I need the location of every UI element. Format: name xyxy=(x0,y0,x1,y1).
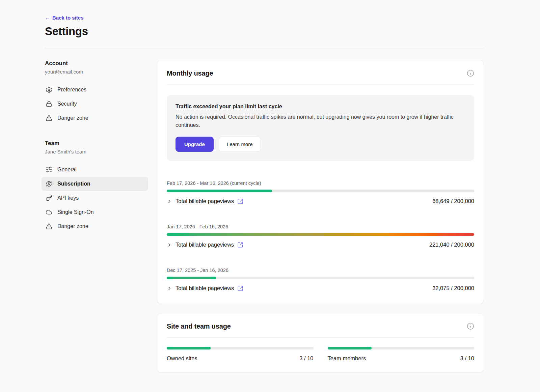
sidebar-item-label: General xyxy=(57,167,77,173)
chevron-right-icon xyxy=(167,199,172,204)
metric-label: Total billable pageviews xyxy=(176,198,234,204)
metric-label: Total billable pageviews xyxy=(176,242,234,248)
lock-icon xyxy=(46,101,52,107)
sidebar-item-danger-zone-team[interactable]: Danger zone xyxy=(42,219,148,233)
sidebar-item-general[interactable]: General xyxy=(42,163,148,177)
settings-sidebar: Account your@email.com Preferences Secur… xyxy=(45,60,148,233)
sidebar-item-label: API keys xyxy=(57,195,79,201)
sliders-icon xyxy=(46,166,52,173)
metric-value: 221,040 / 200,000 xyxy=(429,242,474,248)
sidebar-item-single-sign-on[interactable]: Single Sign-On xyxy=(42,205,148,219)
upgrade-button[interactable]: Upgrade xyxy=(176,137,214,152)
metric-value: 68,649 / 200,000 xyxy=(432,198,474,204)
usage-progress-fill xyxy=(167,190,272,192)
owned-sites-stat: Owned sites 3 / 10 xyxy=(167,347,314,362)
sidebar-item-label: Single Sign-On xyxy=(57,209,94,215)
owned-sites-track xyxy=(167,347,314,349)
page-title: Settings xyxy=(45,25,484,38)
usage-cycle-current: Feb 17, 2026 - Mar 16, 2026 (current cyc… xyxy=(167,180,474,204)
key-icon xyxy=(46,195,52,201)
external-link-icon[interactable] xyxy=(237,285,243,291)
metric-disclosure[interactable]: Total billable pageviews xyxy=(167,242,243,248)
stat-label: Team members xyxy=(328,355,366,362)
team-group-title: Team xyxy=(45,140,148,147)
stat-value: 3 / 10 xyxy=(299,355,313,362)
metric-disclosure[interactable]: Total billable pageviews xyxy=(167,198,243,204)
site-team-usage-title: Site and team usage xyxy=(167,323,231,330)
sidebar-item-security[interactable]: Security xyxy=(42,97,148,111)
banner-title: Traffic exceeded your plan limit last cy… xyxy=(176,104,465,110)
usage-progress-fill xyxy=(167,277,216,279)
team-name: Jane Smith's team xyxy=(45,149,148,155)
warning-triangle-icon xyxy=(46,115,52,121)
cycle-date-range: Feb 17, 2026 - Mar 16, 2026 (current cyc… xyxy=(167,180,474,186)
sidebar-item-label: Preferences xyxy=(57,87,86,93)
sidebar-group-team: Team Jane Smith's team General Subscript… xyxy=(45,140,148,233)
usage-progress-track xyxy=(167,190,474,192)
cycle-date-range: Jan 17, 2026 - Feb 16, 2026 xyxy=(167,224,474,229)
metric-disclosure[interactable]: Total billable pageviews xyxy=(167,285,243,291)
sidebar-item-label: Danger zone xyxy=(57,223,88,229)
usage-cycle-older: Dec 17, 2025 - Jan 16, 2026 Total billab… xyxy=(167,268,474,291)
external-link-icon[interactable] xyxy=(237,242,243,248)
cycle-date-range: Dec 17, 2025 - Jan 16, 2026 xyxy=(167,268,474,273)
stat-value: 3 / 10 xyxy=(460,355,474,362)
gear-icon xyxy=(46,86,52,93)
sidebar-item-danger-zone-account[interactable]: Danger zone xyxy=(42,111,148,125)
usage-progress-track xyxy=(167,277,474,279)
dollar-refresh-icon xyxy=(46,180,52,187)
learn-more-button[interactable]: Learn more xyxy=(219,137,261,152)
usage-cycle-previous: Jan 17, 2026 - Feb 16, 2026 Total billab… xyxy=(167,224,474,248)
stat-label: Owned sites xyxy=(167,355,197,362)
info-icon[interactable] xyxy=(467,69,474,77)
sidebar-item-preferences[interactable]: Preferences xyxy=(42,83,148,97)
monthly-usage-card: Monthly usage Traffic exceeded your plan… xyxy=(157,60,484,304)
settings-page: ← Back to sites Settings Account your@em… xyxy=(0,0,540,390)
account-email: your@email.com xyxy=(45,69,148,75)
arrow-left-icon: ← xyxy=(45,15,50,21)
team-members-track xyxy=(328,347,475,349)
metric-value: 32,075 / 200,000 xyxy=(432,285,474,291)
external-link-icon[interactable] xyxy=(237,198,243,204)
sidebar-item-label: Danger zone xyxy=(57,115,88,121)
sidebar-group-account: Account your@email.com Preferences Secur… xyxy=(45,60,148,125)
traffic-exceeded-banner: Traffic exceeded your plan limit last cy… xyxy=(167,95,474,161)
team-members-fill xyxy=(328,347,372,349)
metric-label: Total billable pageviews xyxy=(176,285,234,291)
sidebar-item-label: Subscription xyxy=(57,181,90,187)
back-link-label: Back to sites xyxy=(52,15,84,21)
warning-triangle-icon xyxy=(46,223,52,230)
back-to-sites-link[interactable]: ← Back to sites xyxy=(45,15,84,21)
cloud-icon xyxy=(46,209,52,216)
chevron-right-icon xyxy=(167,242,172,248)
team-members-stat: Team members 3 / 10 xyxy=(328,347,475,362)
usage-progress-track xyxy=(167,233,474,236)
monthly-usage-title: Monthly usage xyxy=(167,69,213,77)
sidebar-item-label: Security xyxy=(57,101,77,107)
banner-body: No action is required. Occasional traffi… xyxy=(176,113,465,129)
owned-sites-fill xyxy=(167,347,211,349)
header-divider xyxy=(45,48,484,48)
site-team-usage-card: Site and team usage Owned sites xyxy=(157,313,484,372)
info-icon[interactable] xyxy=(467,323,474,330)
chevron-right-icon xyxy=(167,286,172,291)
account-group-title: Account xyxy=(45,60,148,67)
sidebar-item-api-keys[interactable]: API keys xyxy=(42,191,148,205)
usage-progress-fill-over-limit xyxy=(167,233,474,236)
sidebar-item-subscription[interactable]: Subscription xyxy=(42,177,148,191)
